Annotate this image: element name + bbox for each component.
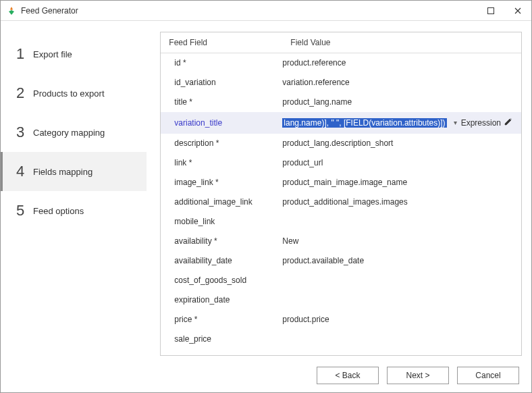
cell-value: product_url [282, 158, 513, 167]
column-header-field[interactable]: Feed Field [169, 38, 290, 47]
step-label: Fields mapping [33, 167, 92, 177]
table-row[interactable]: sale_price [161, 330, 521, 349]
cell-field: link * [169, 158, 282, 167]
step-label: Feed options [33, 206, 84, 216]
step-label: Products to export [33, 88, 105, 99]
sidebar-item-fields-mapping[interactable]: 4 Fields mapping [1, 152, 147, 191]
back-button[interactable]: < Back [317, 367, 379, 384]
next-button[interactable]: Next > [387, 367, 449, 384]
svg-rect-0 [488, 7, 494, 14]
cell-value: product.available_date [282, 256, 513, 265]
chevron-down-icon[interactable]: ▾ [454, 119, 457, 126]
main-area: 1 Export file 2 Products to export 3 Cat… [1, 21, 531, 359]
cell-field: additional_image_link [169, 197, 282, 207]
cell-field: title * [169, 97, 282, 107]
cell-value: product_lang.description_short [282, 138, 513, 148]
step-number: 3 [11, 124, 29, 141]
step-label: Export file [33, 49, 72, 59]
cell-field: availability_date [169, 256, 282, 265]
sidebar: 1 Export file 2 Products to export 3 Cat… [1, 21, 147, 359]
maximize-button[interactable] [477, 1, 504, 21]
step-label: Category mapping [33, 128, 105, 138]
window-title: Feed Generator [21, 6, 477, 16]
column-header-value[interactable]: Field Value [290, 38, 513, 47]
table-header: Feed Field Field Value [161, 32, 521, 53]
footer: < Back Next > Cancel [1, 359, 531, 392]
sidebar-item-products-to-export[interactable]: 2 Products to export [1, 74, 147, 113]
table-row-selected[interactable]: variation_title lang.name)], " ", [FIELD… [161, 112, 521, 134]
table-row[interactable]: link * product_url [161, 153, 521, 173]
table-row[interactable]: availability * New [161, 232, 521, 251]
table-row[interactable]: description * product_lang.description_s… [161, 134, 521, 153]
step-number: 5 [11, 202, 29, 219]
step-number: 1 [11, 45, 29, 63]
cell-value: product.price [282, 315, 513, 324]
table-row[interactable]: mobile_link [161, 212, 521, 232]
cell-field: expiration_date [169, 295, 282, 305]
app-icon [6, 5, 17, 16]
table-row[interactable]: expiration_date [161, 290, 521, 310]
sidebar-item-category-mapping[interactable]: 3 Category mapping [1, 113, 147, 152]
step-number: 2 [11, 84, 29, 102]
sidebar-item-feed-options[interactable]: 5 Feed options [1, 191, 147, 230]
cell-field: variation_title [169, 118, 282, 128]
table-row[interactable]: price * product.price [161, 310, 521, 330]
cell-field: id * [169, 58, 282, 68]
cell-value[interactable]: lang.name)], " ", [FIELD(variation.attri… [282, 118, 446, 128]
close-button[interactable] [504, 1, 531, 21]
cell-field: image_link * [169, 178, 282, 187]
table-row[interactable]: title * product_lang.name [161, 93, 521, 112]
value-highlight: lang.name)], " ", [FIELD(variation.attri… [282, 118, 446, 128]
cell-value: product.reference [282, 58, 513, 68]
cell-value: product_additional_images.images [282, 197, 513, 207]
cell-field: description * [169, 138, 282, 148]
cell-field: sale_price [169, 334, 282, 344]
cell-field: mobile_link [169, 217, 282, 226]
sidebar-item-export-file[interactable]: 1 Export file [1, 34, 147, 74]
titlebar: Feed Generator [1, 1, 531, 21]
table-row[interactable]: image_link * product_main_image.image_na… [161, 173, 521, 192]
cell-field: price * [169, 315, 282, 324]
content-panel: Feed Field Field Value id * product.refe… [147, 21, 531, 359]
value-type-label: Expression [461, 118, 501, 128]
cell-value: product_lang.name [282, 97, 513, 107]
table-row[interactable]: id_variation variation.reference [161, 73, 521, 93]
row-extras: ▾ Expression [450, 117, 513, 128]
cell-value: product_main_image.image_name [282, 178, 513, 187]
table-row[interactable]: availability_date product.available_date [161, 251, 521, 271]
step-number: 4 [11, 163, 29, 180]
table-row[interactable]: id * product.reference [161, 53, 521, 73]
cell-value: variation.reference [282, 78, 513, 87]
table-row[interactable]: additional_image_link product_additional… [161, 192, 521, 212]
fields-table: Feed Field Field Value id * product.refe… [160, 32, 522, 356]
cell-field: id_variation [169, 78, 282, 87]
pencil-icon[interactable] [504, 117, 513, 128]
cell-value: New [282, 236, 513, 246]
cell-field: cost_of_goods_sold [169, 276, 282, 285]
cell-field: availability * [169, 236, 282, 246]
table-row[interactable]: cost_of_goods_sold [161, 271, 521, 290]
cancel-button[interactable]: Cancel [457, 367, 519, 384]
